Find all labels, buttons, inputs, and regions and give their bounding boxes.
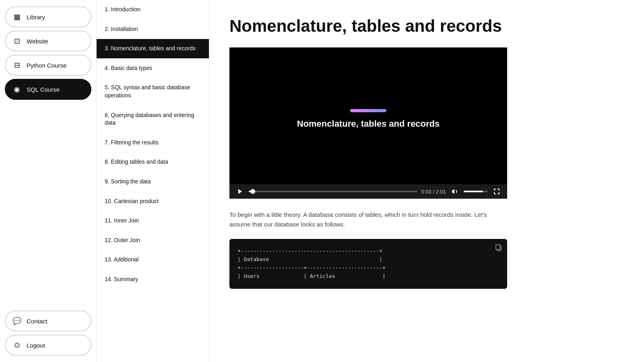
content-description: To begin with a little theory. A databas… <box>229 210 507 229</box>
outline-item-8[interactable]: 8. Editing tables and data <box>97 152 209 172</box>
contact-icon: 💬 <box>11 315 23 327</box>
outline-item-4[interactable]: 4. Basic data types <box>97 59 209 78</box>
outline-item-13[interactable]: 13. Additional <box>97 250 209 270</box>
mute-button[interactable] <box>450 187 460 195</box>
outline-item-1[interactable]: 1. Introduction <box>97 0 209 20</box>
main-content: Nomenclature, tables and records Nomencl… <box>209 0 644 362</box>
sidebar-item-library[interactable]: ▦ Library <box>5 6 91 27</box>
outline-item-3[interactable]: 3. Nomenclature, tables and records <box>97 39 209 59</box>
fullscreen-button[interactable] <box>492 187 502 195</box>
copy-code-button[interactable] <box>495 244 502 253</box>
page-title: Nomenclature, tables and records <box>229 16 624 36</box>
outline-item-11[interactable]: 11. Inner Join <box>97 211 209 231</box>
video-screen[interactable]: Nomenclature, tables and records <box>229 47 507 184</box>
sidebar-label-python: Python Course <box>27 62 66 69</box>
sidebar-label-sql: SQL Course <box>27 86 60 93</box>
video-controls: 0:03 / 2:01 <box>229 184 507 199</box>
sidebar: ▦ Library ⊡ Website ⊟ Python Course ◉ SQ… <box>0 0 97 362</box>
logout-label: Logout <box>27 342 45 349</box>
outline-item-10[interactable]: 10. Cartesian product <box>97 192 209 212</box>
sidebar-item-python[interactable]: ⊟ Python Course <box>5 55 91 76</box>
logout-button[interactable]: ⊙ Logout <box>5 335 91 356</box>
sql-icon: ◉ <box>11 84 23 95</box>
website-icon: ⊡ <box>11 35 23 47</box>
code-content: +---------------------------------------… <box>237 247 499 280</box>
library-icon: ▦ <box>11 11 23 23</box>
outline-item-7[interactable]: 7. Filtering the results <box>97 133 209 153</box>
sidebar-item-sql[interactable]: ◉ SQL Course <box>5 79 91 100</box>
contact-label: Contact <box>27 318 47 325</box>
video-time: 0:03 / 2:01 <box>421 189 446 195</box>
outline-item-14[interactable]: 14. Summary <box>97 270 209 290</box>
svg-rect-2 <box>496 245 500 249</box>
code-block: +---------------------------------------… <box>229 239 507 288</box>
play-button[interactable] <box>235 187 245 195</box>
course-outline: 1. Introduction 2. Installation 3. Nomen… <box>97 0 209 362</box>
outline-item-6[interactable]: 6. Querying databases and entering data <box>97 106 209 133</box>
contact-button[interactable]: 💬 Contact <box>5 311 91 331</box>
sidebar-bottom: 💬 Contact ⊙ Logout <box>5 311 91 356</box>
video-slide-bar <box>350 109 386 112</box>
outline-item-9[interactable]: 9. Sorting the data <box>97 172 209 192</box>
video-player: Nomenclature, tables and records 0:03 / … <box>229 47 507 199</box>
sidebar-item-website[interactable]: ⊡ Website <box>5 31 91 51</box>
svg-marker-0 <box>238 189 242 194</box>
python-icon: ⊟ <box>11 60 23 71</box>
logout-icon: ⊙ <box>11 339 23 351</box>
volume-bar[interactable] <box>464 191 488 192</box>
sidebar-label-library: Library <box>27 14 45 21</box>
outline-item-12[interactable]: 12. Outer Join <box>97 231 209 251</box>
outline-item-2[interactable]: 2. Installation <box>97 20 209 39</box>
outline-item-5[interactable]: 5. SQL syntax and basic database operati… <box>97 78 209 105</box>
video-slide-title: Nomenclature, tables and records <box>297 119 440 129</box>
sidebar-label-website: Website <box>27 38 48 45</box>
video-progress-bar[interactable] <box>249 191 417 192</box>
